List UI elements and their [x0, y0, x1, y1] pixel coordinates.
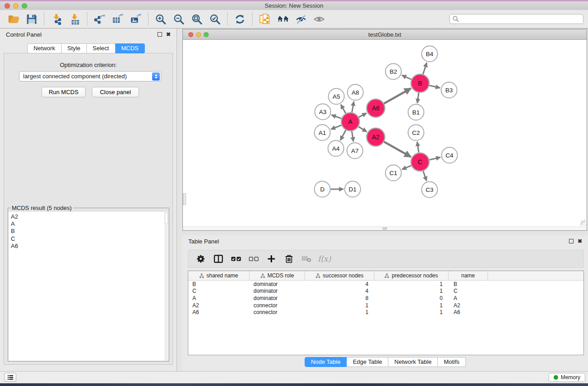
minimize-window-button[interactable]	[13, 3, 19, 9]
network-canvas[interactable]: AA1A2A3A4A5A6A7A8BB1B2B3B4CC1C2C3C4DD1	[183, 40, 587, 230]
column-header-successor-nodes[interactable]: successor nodes	[305, 271, 374, 280]
graph-node-A2[interactable]: A2	[367, 128, 385, 146]
zoom-view-button[interactable]	[204, 32, 209, 37]
zoom-selected-button[interactable]	[206, 11, 224, 27]
graph-edge-B-B1[interactable]	[417, 93, 419, 103]
graph-node-C[interactable]: C	[411, 153, 429, 171]
mcds-result-item[interactable]: A2	[11, 213, 168, 220]
table-tab-node-table[interactable]: Node Table	[305, 357, 347, 367]
graph-edge-A-A2[interactable]	[359, 127, 367, 132]
graph-node-C2[interactable]: C2	[408, 125, 424, 141]
minimize-view-button[interactable]	[196, 32, 201, 37]
graph-edge-C-C3[interactable]	[423, 171, 427, 181]
column-header-shared-name[interactable]: shared name	[188, 271, 249, 280]
close-panel-icon[interactable]: ✖	[166, 32, 171, 37]
zoom-window-button[interactable]	[22, 3, 27, 9]
mcds-result-item[interactable]: A	[11, 220, 168, 228]
close-panel-button[interactable]: Close panel	[92, 87, 139, 97]
tab-style[interactable]: Style	[62, 43, 87, 53]
table-tab-network-table[interactable]: Network Table	[388, 357, 438, 367]
graph-edge-A-A3[interactable]	[331, 115, 341, 119]
column-layout-button[interactable]	[210, 252, 227, 267]
run-mcds-button[interactable]: Run MCDS	[42, 87, 86, 97]
graph-edge-C-C2[interactable]	[417, 142, 419, 152]
refresh-button[interactable]	[231, 11, 249, 27]
close-window-button[interactable]	[5, 3, 10, 9]
graph-edge-A-A6[interactable]	[359, 113, 367, 117]
graph-node-A8[interactable]: A8	[348, 85, 363, 100]
table-row[interactable]: Adominator80A	[188, 295, 583, 302]
search-input[interactable]	[449, 14, 583, 24]
graph-node-C4[interactable]: C4	[442, 148, 458, 163]
hide-columns-button[interactable]	[245, 252, 263, 267]
table-row[interactable]: A2connector11A2	[188, 302, 583, 309]
column-header-predecessor-nodes[interactable]: predecessor nodes	[374, 271, 449, 280]
horizontal-scrollbar[interactable]	[183, 226, 587, 230]
network-from-selection-button[interactable]	[256, 11, 274, 27]
graph-node-A1[interactable]: A1	[315, 125, 330, 141]
graph-node-C1[interactable]: C1	[386, 165, 402, 181]
memory-button[interactable]: Memory	[549, 373, 585, 382]
open-session-button[interactable]	[5, 11, 23, 27]
graph-node-B4[interactable]: B4	[422, 46, 438, 62]
save-session-button[interactable]	[23, 11, 41, 27]
tab-select[interactable]: Select	[87, 43, 115, 53]
graph-edge-C-C4[interactable]	[430, 157, 441, 160]
graph-edge-B-B2[interactable]	[402, 75, 411, 79]
import-table-button[interactable]	[66, 11, 84, 27]
close-table-panel-icon[interactable]: ✖	[578, 239, 582, 243]
graph-edge-B-B3[interactable]	[429, 86, 440, 88]
network-graph[interactable]: AA1A2A3A4A5A6A7A8BB1B2B3B4CC1C2C3C4DD1	[183, 40, 587, 227]
zoom-out-button[interactable]	[170, 11, 188, 27]
graph-node-B[interactable]: B	[411, 74, 429, 92]
float-panel-icon[interactable]	[158, 32, 162, 37]
mcds-result-item[interactable]: C	[11, 235, 168, 243]
resize-grip-icon[interactable]	[580, 220, 586, 226]
graph-node-A3[interactable]: A3	[315, 104, 331, 120]
graph-edge-A-A1[interactable]	[331, 125, 341, 129]
float-table-panel-icon[interactable]	[569, 239, 574, 243]
column-header-name[interactable]: name	[449, 271, 488, 280]
graph-node-A4[interactable]: A4	[328, 141, 344, 157]
houses-button[interactable]	[274, 11, 292, 27]
export-image-button[interactable]	[127, 11, 145, 27]
hide-flagged-button[interactable]	[292, 11, 310, 27]
show-columns-button[interactable]	[227, 252, 245, 267]
graph-node-D1[interactable]: D1	[345, 181, 361, 197]
mcds-result-scrollbar[interactable]	[164, 212, 168, 361]
zoom-in-button[interactable]	[152, 11, 170, 27]
graph-node-B3[interactable]: B3	[441, 82, 457, 98]
create-column-button[interactable]	[263, 252, 280, 267]
graph-edge-A-A5[interactable]	[341, 105, 346, 114]
graph-node-A7[interactable]: A7	[347, 143, 363, 159]
graph-edge-A-A4[interactable]	[340, 130, 346, 141]
mcds-result-item[interactable]: A6	[11, 243, 168, 250]
table-tab-edge-table[interactable]: Edge Table	[347, 357, 388, 367]
mcds-result-item[interactable]: B	[11, 228, 168, 235]
show-all-button[interactable]	[310, 11, 328, 27]
table-row[interactable]: A6connector11A6	[188, 309, 583, 316]
graph-node-B2[interactable]: B2	[386, 64, 402, 80]
criterion-select[interactable]: largest connected component (directed)	[19, 71, 161, 81]
graph-edge-B-B4[interactable]	[423, 63, 427, 75]
graph-edge-A-A7[interactable]	[352, 131, 354, 142]
graph-node-B1[interactable]: B1	[408, 105, 424, 120]
table-options-button[interactable]	[192, 252, 210, 267]
graph-edge-C-C1[interactable]	[402, 166, 411, 169]
import-network-button[interactable]	[48, 11, 66, 27]
graph-node-A5[interactable]: A5	[329, 89, 344, 105]
graph-node-A6[interactable]: A6	[367, 99, 385, 117]
column-header-mcds-role[interactable]: MCDS role	[249, 271, 305, 280]
tab-network[interactable]: Network	[27, 43, 62, 53]
table-tab-motifs[interactable]: Motifs	[438, 357, 466, 367]
export-table-button[interactable]	[109, 11, 127, 27]
table-row[interactable]: Bdominator41B	[188, 281, 583, 288]
graph-node-A[interactable]: A	[341, 113, 359, 131]
graph-node-D[interactable]: D	[315, 181, 330, 197]
vertical-scroll-thumb[interactable]	[183, 193, 186, 205]
graph-edge-A2-C[interactable]	[384, 142, 411, 157]
task-history-button[interactable]	[4, 373, 16, 382]
graph-edge-A-A8[interactable]	[352, 101, 354, 112]
delete-columns-button[interactable]	[280, 252, 298, 267]
tab-mcds[interactable]: MCDS	[115, 43, 145, 53]
